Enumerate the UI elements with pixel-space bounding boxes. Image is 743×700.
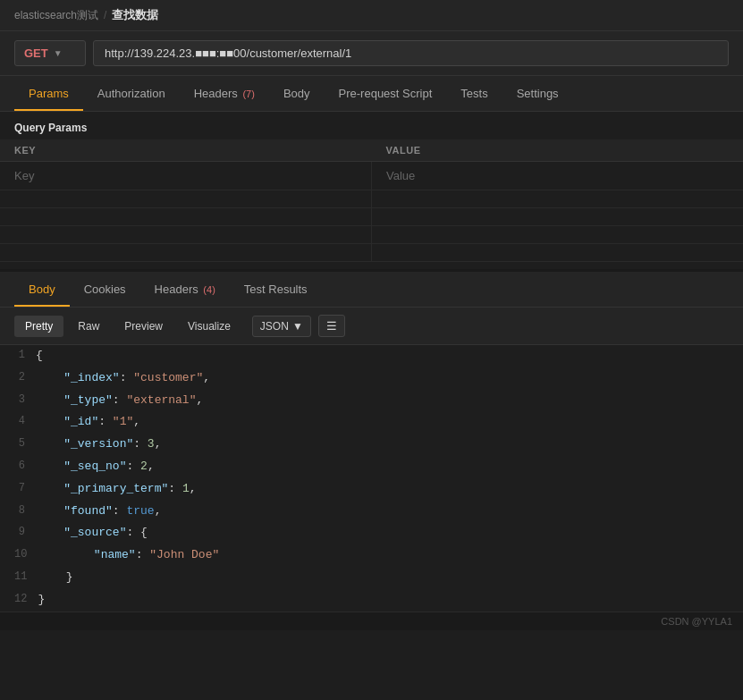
key-placeholder: Key: [14, 169, 34, 182]
empty-row-3: [0, 226, 743, 244]
tab-body[interactable]: Body: [269, 76, 325, 111]
tab-pre-request-label: Pre-request Script: [339, 87, 433, 100]
method-dropdown[interactable]: GET ▼: [14, 40, 86, 66]
line-content: "_version": 3,: [36, 434, 743, 456]
line-number: 7: [0, 478, 36, 499]
code-line-1: 1 {: [0, 345, 743, 367]
format-pretty-button[interactable]: Pretty: [14, 316, 63, 337]
response-tab-body[interactable]: Body: [14, 272, 70, 307]
method-label: GET: [24, 46, 48, 60]
line-content: "found": true,: [36, 501, 743, 523]
line-number: 10: [0, 544, 38, 565]
response-tab-test-results-label: Test Results: [244, 283, 308, 296]
line-number: 12: [0, 589, 38, 610]
code-line-2: 2 "_index": "customer",: [0, 367, 743, 390]
tab-params[interactable]: Params: [14, 76, 83, 111]
query-params-section-header: Query Params: [0, 112, 743, 139]
wrap-button[interactable]: ☰: [318, 315, 345, 337]
format-visualize-button[interactable]: Visualize: [177, 316, 241, 337]
tab-params-label: Params: [29, 87, 69, 100]
code-line-11: 11 }: [0, 567, 743, 589]
code-line-6: 6 "_seq_no": 2,: [0, 456, 743, 478]
response-tab-headers-label: Headers (4): [155, 283, 215, 296]
line-number: 11: [0, 567, 38, 587]
line-content: "_type": "external",: [36, 390, 743, 412]
tab-pre-request-script[interactable]: Pre-request Script: [325, 76, 447, 111]
line-content: "_seq_no": 2,: [36, 456, 743, 478]
code-line-3: 3 "_type": "external",: [0, 390, 743, 412]
line-number: 6: [0, 456, 36, 477]
key-cell[interactable]: Key: [0, 162, 372, 190]
url-bar: GET ▼: [0, 31, 743, 76]
page-title: 查找数据: [112, 7, 158, 23]
response-tab-cookies[interactable]: Cookies: [70, 272, 140, 307]
line-content: "_index": "customer",: [36, 367, 743, 390]
empty-row-4: [0, 244, 743, 262]
chevron-down-icon: ▼: [54, 48, 63, 58]
section-title: Query Params: [14, 122, 87, 134]
response-tab-headers[interactable]: Headers (4): [140, 272, 230, 307]
tab-headers-label: Headers (7): [194, 87, 255, 100]
line-content: "_primary_term": 1,: [36, 478, 743, 501]
table-row: Key Value: [0, 162, 743, 190]
line-content: "name": "John Doe": [38, 544, 743, 567]
body-format-bar: Pretty Raw Preview Visualize JSON ▼ ☰: [0, 308, 743, 345]
tab-body-label: Body: [283, 87, 310, 100]
line-content: "_source": {: [36, 522, 743, 544]
app-name: elasticsearch测试: [14, 8, 98, 23]
key-column-header: KEY: [0, 139, 372, 162]
format-preview-button[interactable]: Preview: [114, 316, 173, 337]
line-number: 5: [0, 434, 36, 454]
tab-tests-label: Tests: [460, 87, 487, 100]
topbar: elasticsearch测试 / 查找数据: [0, 0, 743, 31]
query-params-table: KEY VALUE Key Value: [0, 139, 743, 262]
tab-tests[interactable]: Tests: [446, 76, 502, 111]
code-line-4: 4 "_id": "1",: [0, 411, 743, 434]
format-raw-button[interactable]: Raw: [67, 316, 110, 337]
response-tab-cookies-label: Cookies: [84, 283, 126, 296]
code-line-8: 8 "found": true,: [0, 501, 743, 523]
line-number: 8: [0, 501, 36, 521]
request-tabs-row: Params Authorization Headers (7) Body Pr…: [0, 76, 743, 112]
response-section: Body Cookies Headers (4) Test Results Pr…: [0, 269, 743, 611]
code-line-12: 12 }: [0, 589, 743, 611]
line-number: 1: [0, 345, 36, 366]
response-tabs-row: Body Cookies Headers (4) Test Results: [0, 272, 743, 308]
headers-badge: (7): [242, 89, 254, 99]
tab-authorization[interactable]: Authorization: [83, 76, 180, 111]
wrap-icon: ☰: [326, 319, 337, 333]
response-tab-body-label: Body: [29, 283, 55, 296]
empty-row: [0, 190, 743, 208]
tab-settings[interactable]: Settings: [502, 76, 573, 111]
line-content: {: [36, 345, 743, 367]
footer: CSDN @YYLA1: [0, 611, 743, 630]
line-number: 2: [0, 367, 36, 388]
json-type-dropdown[interactable]: JSON ▼: [252, 316, 311, 337]
line-content: "_id": "1",: [36, 411, 743, 434]
value-placeholder: Value: [386, 169, 415, 182]
line-content: }: [38, 589, 743, 611]
value-column-header: VALUE: [372, 139, 744, 162]
line-number: 4: [0, 411, 36, 432]
json-code-viewer: 1 { 2 "_index": "customer", 3 "_type": "…: [0, 345, 743, 611]
url-input[interactable]: [93, 40, 729, 66]
value-cell[interactable]: Value: [372, 162, 744, 190]
tab-headers[interactable]: Headers (7): [180, 76, 269, 111]
empty-row-2: [0, 208, 743, 226]
line-number: 9: [0, 522, 36, 543]
json-type-label: JSON: [260, 320, 289, 333]
response-tab-test-results[interactable]: Test Results: [230, 272, 322, 307]
watermark: CSDN @YYLA1: [661, 616, 732, 627]
line-content: }: [38, 567, 743, 589]
tab-authorization-label: Authorization: [97, 87, 165, 100]
code-line-9: 9 "_source": {: [0, 522, 743, 544]
breadcrumb-separator: /: [104, 9, 106, 21]
chevron-down-icon-json: ▼: [292, 320, 303, 333]
response-headers-badge: (4): [203, 284, 215, 295]
code-line-10: 10 "name": "John Doe": [0, 544, 743, 567]
tab-settings-label: Settings: [517, 87, 559, 100]
code-line-7: 7 "_primary_term": 1,: [0, 478, 743, 501]
code-line-5: 5 "_version": 3,: [0, 434, 743, 456]
line-number: 3: [0, 390, 36, 410]
